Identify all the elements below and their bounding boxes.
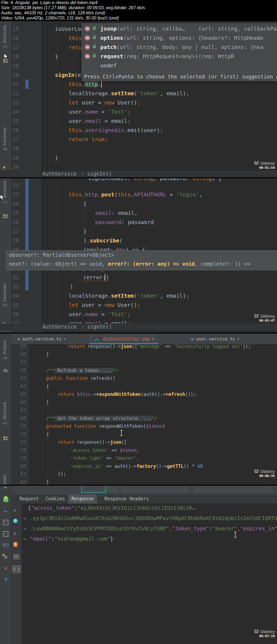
close-tab-icon[interactable]: ×: [237, 337, 240, 341]
tab-authcontroller-php[interactable]: php AuthController.php ×: [89, 334, 158, 344]
close-x-icon[interactable]: ×: [0, 566, 11, 571]
tooltip-line-2: next?: (value: Object) => void, error?: …: [6, 259, 277, 268]
tooltip-line-1: observer?: PartialObserver<Object>: [6, 251, 277, 259]
code-line: 82}: [0, 478, 277, 486]
php-file-icon: php: [93, 337, 101, 341]
breadcrumb-separator: ›: [81, 170, 84, 177]
breadcrumb-method[interactable]: signIn(): [87, 323, 112, 330]
breadcrumb: AuthService › signIn(): [0, 323, 277, 330]
step-into-icon[interactable]: →: [0, 531, 11, 538]
structure-tool-button[interactable]: 7: Structure: [2, 25, 7, 48]
code-line: 65return $this->respondWithToken(auth()-…: [0, 390, 277, 399]
autocomplete-item-undef[interactable]: undef: [82, 61, 277, 70]
structure-icon: [3, 214, 8, 218]
code-line: 30: [0, 162, 277, 172]
debug-bug-icon[interactable]: [0, 496, 11, 502]
http-method-dropdown[interactable]: [81, 486, 106, 493]
close-tab-icon[interactable]: ×: [64, 337, 66, 341]
settings-wrench-icon[interactable]: ⚙: [0, 554, 11, 560]
step-over-icon[interactable]: →: [0, 520, 11, 526]
clipped-request-toolbar: [11, 486, 277, 494]
help-icon[interactable]: ?: [0, 577, 11, 583]
editor-tab-bar: ⚙ auth.service.ts × php AuthController.p…: [11, 334, 277, 344]
favorites-tool-button[interactable]: 2: Favorites: [2, 283, 7, 306]
code-line: 75protected function respondWithToken($t…: [0, 422, 277, 431]
code-line: {"access_token":"eyJ0eXAiOiJKV1QiLCJhbGc…: [0, 503, 277, 513]
code-editor[interactable]: 55return response()->json(['message' => …: [0, 334, 277, 485]
method-icon: m: [85, 44, 90, 50]
method-icon: m: [85, 54, 90, 59]
tab-auth-service-ts[interactable]: ⚙ auth.service.ts ×: [14, 334, 70, 344]
code-line: 57: [0, 359, 277, 367]
code-line: 78'access_token' => $token,: [0, 446, 277, 455]
public-lock-icon: [93, 27, 96, 30]
code-line: 63public function refresh(): [0, 374, 277, 383]
dropdown-arrow-box[interactable]: [107, 486, 118, 492]
favorites-tool-button[interactable]: 2: Favorites: [2, 127, 7, 150]
back-arrow-icon[interactable]: ←: [0, 508, 11, 514]
tooltip-pointer: [100, 270, 104, 272]
breadcrumb-method[interactable]: signIn(): [87, 170, 112, 177]
file-name-line: File: 4. Angular jwt. Login e rilascio d…: [0, 0, 277, 5]
code-line: 27}: [0, 227, 277, 236]
public-lock-icon: [93, 55, 96, 57]
close-tab-icon[interactable]: ×: [152, 337, 154, 341]
project-tool-button[interactable]: 1: Project: [2, 340, 7, 359]
autocomplete-item-options[interactable]: moptions (url: string, options: {headers…: [82, 33, 277, 42]
code-line: 58/** Refresh a token. ...*/: [0, 367, 277, 375]
tab-response-headers[interactable]: Response Headers: [101, 494, 152, 504]
code-line: 36user.name = 'Test';: [0, 310, 277, 319]
keys-icon[interactable]: ⚲⚲: [0, 543, 11, 548]
project-icon: [3, 369, 8, 373]
json-view-icon[interactable]: { }: [13, 566, 20, 572]
code-line: 56}: [0, 351, 277, 359]
breadcrumb-class[interactable]: AuthService: [42, 323, 77, 330]
tool-window-bar: 7: Structure 2: Favorites ★: [0, 21, 12, 177]
clipped-code-line: signIn(email: string, password: string) …: [0, 178, 277, 183]
host-field[interactable]: [122, 486, 188, 492]
audio-info-line: Audio: aac, 44100 Hz, 2 channels, s16, 1…: [0, 10, 277, 15]
udemy-logo-icon: [254, 629, 259, 634]
typescript-service-icon: ⚙: [17, 336, 20, 342]
response-json-viewer[interactable]: {"access_token":"eyJ0eXAiOiJKV1QiLCJhbGc…: [0, 486, 277, 644]
path-field[interactable]: [194, 486, 272, 492]
autocomplete-item-patch[interactable]: mpatch (url: string, body: any | null, o…: [82, 42, 277, 52]
browser-globe-icon[interactable]: [13, 519, 18, 524]
code-line: 79'token_type' => 'bearer',: [0, 454, 277, 462]
code-line: 80'expires_in' => auth()->factory()->get…: [0, 462, 277, 471]
favorites-star-icon: ★: [2, 164, 6, 170]
run-icon[interactable]: ▶: [0, 486, 11, 490]
structure-tool-button[interactable]: 7: Structure: [2, 402, 7, 425]
code-line: 28).subscribe(: [0, 236, 277, 245]
udemy-logo-icon: [254, 314, 259, 319]
autocomplete-list[interactable]: mjsonp(url: string, callba…(url: string,…: [82, 24, 277, 73]
html5-icon[interactable]: 5: [13, 541, 18, 547]
tab-cookies[interactable]: Cookies: [42, 494, 68, 504]
udemy-brand-text: Udemy: [260, 161, 275, 166]
tab-request[interactable]: Request: [16, 494, 42, 504]
tab-user-service-ts[interactable]: ⚙ user.service.ts ×: [187, 334, 243, 344]
ide-screenshot-2: 2223this.http.post(this.APIAUTHURL + 'lo…: [0, 178, 277, 334]
video-timestamp: 00:01:54: [254, 166, 275, 170]
udemy-logo-icon: [254, 469, 259, 474]
code-line: 29}: [0, 153, 277, 162]
breadcrumb-separator: ›: [81, 323, 84, 330]
text-view-icon[interactable]: ≡: [13, 531, 16, 536]
autocomplete-item-jsonp[interactable]: mjsonp(url: string, callba…(url: string,…: [82, 24, 277, 33]
code-view-icon[interactable]: <>: [13, 553, 19, 559]
code-line: 76{: [0, 431, 277, 439]
file-size-line: Size: 18108138 bytes (17.27 MiB), durati…: [0, 5, 277, 10]
udemy-brand-text: Udemy: [260, 629, 275, 634]
favorites-tool-button-partial[interactable]: vorites: [2, 474, 7, 486]
text-caret: [101, 81, 102, 88]
soft-wrap-icon[interactable]: ⇄: [13, 507, 16, 513]
structure-icon: [3, 436, 8, 440]
autocomplete-popup[interactable]: mjsonp(url: string, callba…(url: string,…: [82, 23, 277, 81]
text-cursor-ibeam: [121, 431, 122, 435]
breadcrumb: AuthService › signIn(): [0, 170, 277, 178]
tab-response[interactable]: Response: [68, 494, 97, 504]
code-line: 81]);: [0, 470, 277, 478]
autocomplete-item-request[interactable]: mrequest(req: HttpRequest<any>)(req: Htt…: [82, 52, 277, 61]
method-icon: m: [85, 26, 90, 31]
breadcrumb-class[interactable]: AuthService: [42, 170, 77, 177]
